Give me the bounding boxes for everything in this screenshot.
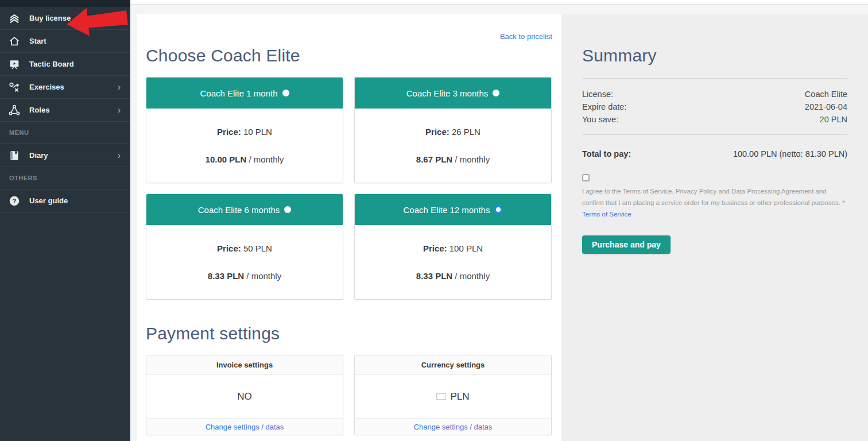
currency-settings-header: Currency settings xyxy=(355,355,551,375)
currency-settings-card: Currency settings PLN Change settings / … xyxy=(354,355,552,435)
main-content: Back to pricelist Choose Coach Elite Coa… xyxy=(137,14,561,441)
sidebar-item-start[interactable]: Start xyxy=(0,30,130,53)
sidebar-item-label: Roles xyxy=(29,106,109,114)
home-icon xyxy=(8,35,21,48)
section-label: OTHERS xyxy=(9,175,37,181)
sidebar-item-label: Exercises xyxy=(29,83,109,91)
plan-monthly: 8.33 PLN / monthly xyxy=(208,271,281,281)
currency-change-settings-link[interactable]: Change settings / datas xyxy=(414,423,493,431)
summary-row-license: License:Coach Elite xyxy=(582,88,847,100)
sidebar-item-label: Tactic Board xyxy=(29,60,122,68)
chevron-right-icon: › xyxy=(118,106,122,115)
plan-radio-icon[interactable] xyxy=(284,206,291,213)
strategy-icon xyxy=(8,81,21,94)
summary-row-you-save: You save: 20 PLN xyxy=(582,113,847,126)
payment-settings-title: Payment settings xyxy=(146,324,552,343)
summary-title: Summary xyxy=(582,46,847,65)
plan-body: Price: 26 PLN 8.67 PLN / monthly xyxy=(355,109,551,183)
plan-price: Price: 50 PLN xyxy=(217,243,272,253)
poland-flag-icon xyxy=(436,393,446,400)
terms-of-service-link[interactable]: Terms of Service xyxy=(582,211,631,218)
plan-radio-selected-icon[interactable] xyxy=(494,206,502,214)
sidebar-item-user-guide[interactable]: ? User guide xyxy=(0,189,130,212)
plan-title: Coach Elite 1 month xyxy=(200,88,277,98)
page-title: Choose Coach Elite xyxy=(146,46,552,65)
currency-settings-value: PLN xyxy=(355,375,551,418)
divider xyxy=(582,134,847,135)
total-value: 100.00 PLN (netto: 81.30 PLN) xyxy=(733,149,847,158)
plan-body: Price: 50 PLN 8.33 PLN / monthly xyxy=(146,225,343,299)
sidebar: Buy license Start Tactic Board xyxy=(0,0,130,441)
plan-header[interactable]: Coach Elite 12 months xyxy=(355,194,551,225)
plan-price: Price: 10 PLN xyxy=(217,127,272,137)
plan-title: Coach Elite 3 months xyxy=(406,88,489,98)
agreement-text: I agree to the Terms of Service, Privacy… xyxy=(582,185,847,220)
plan-card-12-months[interactable]: Coach Elite 12 months Price: 100 PLN 8.3… xyxy=(354,194,552,300)
plan-body: Price: 10 PLN 10.00 PLN / monthly xyxy=(146,109,343,183)
plan-radio-icon[interactable] xyxy=(282,90,289,96)
triple-chevron-up-icon xyxy=(8,12,21,25)
sidebar-item-label: Start xyxy=(29,37,122,45)
plan-card-1-month[interactable]: Coach Elite 1 month Price: 10 PLN 10.00 … xyxy=(146,77,343,183)
plans-grid: Coach Elite 1 month Price: 10 PLN 10.00 … xyxy=(146,77,552,300)
sidebar-item-tactic-board[interactable]: Tactic Board xyxy=(0,53,130,76)
plan-body: Price: 100 PLN 8.33 PLN / monthly xyxy=(355,225,551,299)
plan-price: Price: 26 PLN xyxy=(425,127,480,137)
invoice-settings-header: Invoice settings xyxy=(146,355,343,375)
svg-text:?: ? xyxy=(13,197,17,204)
invoice-change-settings-link[interactable]: Change settings / datas xyxy=(206,423,284,431)
network-icon xyxy=(8,104,21,117)
plan-price: Price: 100 PLN xyxy=(423,243,483,253)
chevron-right-icon: › xyxy=(118,151,122,160)
plan-header[interactable]: Coach Elite 6 months xyxy=(146,194,343,225)
back-to-pricelist-link[interactable]: Back to pricelist xyxy=(500,32,552,41)
plan-monthly: 8.33 PLN / monthly xyxy=(416,271,490,281)
invoice-settings-value: NO xyxy=(146,375,343,418)
sidebar-item-exercises[interactable]: Exercises › xyxy=(0,76,130,99)
plan-radio-icon[interactable] xyxy=(493,90,499,96)
plan-header[interactable]: Coach Elite 3 months xyxy=(355,78,551,109)
summary-row-expire-date: Expire date:2021-06-04 xyxy=(582,100,847,113)
summary-panel: Summary License:Coach Elite Expire date:… xyxy=(561,14,868,441)
book-icon xyxy=(8,149,21,162)
sidebar-top-strip xyxy=(0,0,130,7)
payment-settings-grid: Invoice settings NO Change settings / da… xyxy=(146,355,552,435)
sidebar-item-roles[interactable]: Roles › xyxy=(0,99,130,122)
plan-monthly: 10.00 PLN / monthly xyxy=(206,154,284,164)
sidebar-item-diary[interactable]: Diary › xyxy=(0,144,130,167)
terms-checkbox[interactable] xyxy=(582,174,590,181)
plan-title: Coach Elite 12 months xyxy=(404,205,490,215)
sidebar-section-others: OTHERS xyxy=(0,167,130,189)
section-label: MENU xyxy=(9,129,29,136)
summary-rows: License:Coach Elite Expire date:2021-06-… xyxy=(582,88,847,126)
tactic-board-icon xyxy=(8,58,21,71)
plan-card-3-months[interactable]: Coach Elite 3 months Price: 26 PLN 8.67 … xyxy=(354,77,552,183)
plan-title: Coach Elite 6 months xyxy=(198,205,280,215)
sidebar-item-label: User guide xyxy=(29,196,122,205)
chevron-right-icon: › xyxy=(118,83,122,92)
divider xyxy=(582,78,847,79)
invoice-settings-card: Invoice settings NO Change settings / da… xyxy=(146,355,343,435)
plan-monthly: 8.67 PLN / monthly xyxy=(416,154,490,164)
purchase-and-pay-button[interactable]: Purchase and pay xyxy=(582,235,671,254)
top-bar xyxy=(130,0,868,5)
sidebar-section-menu: MENU xyxy=(0,122,130,144)
plan-header[interactable]: Coach Elite 1 month xyxy=(146,78,343,109)
plan-card-6-months[interactable]: Coach Elite 6 months Price: 50 PLN 8.33 … xyxy=(146,194,343,300)
sidebar-item-label: Diary xyxy=(29,151,109,160)
question-icon: ? xyxy=(8,195,21,207)
summary-total-row: Total to pay: 100.00 PLN (netto: 81.30 P… xyxy=(582,149,847,158)
